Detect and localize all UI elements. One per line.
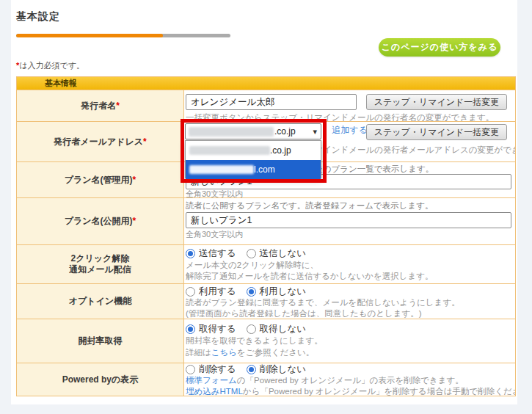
add-email-link[interactable]: 追加する (332, 125, 368, 135)
plan-public-label-text: プラン名(公開用) (65, 216, 133, 226)
standard-form-link[interactable]: 標準フォーム (186, 376, 237, 385)
optin-nouse-radio[interactable] (247, 287, 256, 297)
basic-settings-page: 基本設定 このページの使い方をみる *は入力必須です。 基本情報 発行者名* ス… (0, 0, 532, 414)
open-rate-get-radio[interactable] (186, 324, 195, 334)
email-option-2-suffix: l.com (254, 164, 275, 175)
issuer-email-label-text: 発行者メールアドレス (54, 137, 143, 147)
plan-public-label: プラン名(公開用)* (17, 198, 184, 244)
bulk-change-button-issuer-email[interactable]: ステップ・リマインド一括変更 (366, 124, 507, 140)
optin-desc-2: (管理画面から読者登録した場合は、同意したものとします。) (186, 308, 509, 319)
optin-use-label: 利用する (199, 286, 236, 298)
powered-by-desc-2: 埋め込みHTMLから「Powered by オレンジメール」を削除する場合は手動… (186, 386, 509, 396)
powered-by-desc-1: 標準フォームの「Powered by オレンジメール」の表示を削除できます。 (186, 375, 509, 386)
row-issuer-name: 発行者名* ステップ・リマインド一括変更 一括変更ボタンからステップ・リマインド… (17, 90, 515, 121)
row-powered-by: Powered byの表示 削除する 削除しない 標準フォームの「Powered… (17, 363, 515, 396)
progress-bar (16, 34, 230, 37)
powered-by-remove-label: 削除する (199, 363, 236, 376)
issuer-name-input[interactable] (186, 94, 357, 110)
plan-admin-hint: 全角30文字以内 (186, 189, 509, 197)
plan-admin-required-star: * (133, 175, 136, 185)
plan-public-value-cell: 読者に公開するプラン名です。読者登録フォームで表示します。 全角30文字以内 (184, 198, 515, 244)
issuer-email-dropdown-panel: .co.jp l.com (185, 140, 321, 178)
redacted-email-blur (189, 165, 254, 174)
two-click-send-label: 送信する (199, 247, 236, 260)
open-rate-desc-1: 開封率を取得できるようにします。 (186, 335, 509, 346)
optin-value-cell: 利用する 利用しない 読者がプラン登録に同意するまで、メールを配信しないようにし… (184, 284, 515, 319)
bulk-change-button-issuer-name[interactable]: ステップ・リマインド一括変更 (366, 94, 507, 110)
issuer-email-label: 発行者メールアドレス* (17, 122, 184, 161)
open-rate-value-cell: 取得する 取得しない 開封率を取得できるようにします。 詳細はこちらをご参照くだ… (184, 319, 515, 363)
optin-desc-1: 読者がプラン登録に同意するまで、メールを配信しないようにします。 (186, 297, 509, 308)
open-rate-noget-label: 取得しない (260, 323, 306, 335)
issuer-name-required-star: * (116, 101, 120, 111)
open-rate-noget-radio[interactable] (247, 324, 256, 334)
powered-by-value-cell: 削除する 削除しない 標準フォームの「Powered by オレンジメール」の表… (184, 363, 515, 396)
optin-use-radio[interactable] (186, 287, 195, 297)
email-option-2-highlighted[interactable]: l.com (186, 160, 321, 179)
plan-admin-label-text: プラン名(管理用) (65, 175, 133, 185)
issuer-name-label: 発行者名* (17, 90, 184, 121)
open-rate-get-label: 取得する (199, 323, 236, 335)
issuer-name-helper: 一括変更ボタンからステップ・リマインドメールの発行者名の変更ができます。 (186, 112, 509, 121)
open-rate-desc-2-post: をご参照ください。 (237, 348, 314, 357)
powered-by-desc-2-text: から「Powered by オレンジメール」を削除する場合は手動で削除ください。 (243, 387, 515, 396)
plan-public-input[interactable] (186, 212, 511, 228)
optin-label-text: オプトイン機能 (69, 296, 131, 307)
powered-by-label: Powered byの表示 (17, 363, 184, 396)
redacted-email-blur (189, 146, 270, 155)
open-rate-desc-2-pre: 詳細は (186, 348, 211, 357)
required-note: *は入力必須です。 (16, 60, 84, 71)
redacted-email-blur (189, 127, 274, 137)
open-rate-details-link[interactable]: こちら (211, 348, 237, 357)
two-click-label-line1: 2クリック解除 (71, 253, 130, 264)
two-click-label: 2クリック解除 通知メール配信 (17, 245, 184, 283)
powered-by-remove-radio[interactable] (186, 365, 195, 374)
plan-public-helper: 読者に公開するプラン名です。読者登録フォームで表示します。 (186, 200, 509, 211)
progress-bar-fill (16, 34, 163, 37)
open-rate-label: 開封率取得 (17, 319, 184, 363)
open-rate-desc-2: 詳細はこちらをご参照ください。 (186, 346, 509, 358)
optin-nouse-label: 利用しない (260, 286, 306, 298)
selected-email-suffix: .co.jp (274, 126, 296, 137)
table-header-basic-info: 基本情報 (17, 77, 515, 90)
two-click-nosend-label: 送信しない (260, 247, 306, 260)
powered-by-label-text: Powered byの表示 (62, 374, 139, 385)
two-click-label-line2: 通知メール配信 (69, 264, 131, 275)
row-open-rate: 開封率取得 取得する 取得しない 開封率を取得できるようにします。 詳細はこちら… (17, 319, 515, 363)
powered-by-desc-1-text: の「Powered by オレンジメール」の表示を削除できます。 (237, 376, 464, 385)
powered-by-keep-label: 削除しない (260, 363, 306, 376)
plan-public-hint: 全角30文字以内 (186, 230, 509, 239)
required-note-text: は入力必須です。 (19, 61, 84, 70)
issuer-name-label-text: 発行者名 (81, 101, 116, 111)
two-click-value-cell: 送信する 送信しない メール本文の2クリック解除時に、 解除完了通知メールを読者… (184, 245, 515, 283)
issuer-email-select[interactable]: .co.jp ▾ (185, 123, 321, 139)
embed-html-link[interactable]: 埋め込みHTML (186, 387, 243, 396)
plan-public-required-star: * (133, 216, 136, 226)
email-option-1-suffix: .co.jp (270, 145, 291, 156)
email-option-1[interactable]: .co.jp (186, 141, 321, 160)
chevron-down-icon: ▾ (313, 127, 317, 137)
issuer-name-value-cell: ステップ・リマインド一括変更 一括変更ボタンからステップ・リマインドメールの発行… (184, 90, 515, 121)
two-click-send-radio[interactable] (186, 249, 195, 258)
plan-admin-label: プラン名(管理用)* (17, 162, 184, 197)
two-click-desc-1: メール本文の2クリック解除時に、 (186, 260, 509, 271)
optin-label: オプトイン機能 (17, 284, 184, 319)
open-rate-label-text: 開封率取得 (79, 335, 123, 346)
two-click-desc-2: 解除完了通知メールを読者に送信するかしないかを選択します。 (186, 271, 509, 282)
page-title: 基本設定 (16, 10, 60, 23)
two-click-nosend-radio[interactable] (247, 249, 256, 258)
row-optin: オプトイン機能 利用する 利用しない 読者がプラン登録に同意するまで、メールを配… (17, 283, 515, 319)
row-two-click-notify: 2クリック解除 通知メール配信 送信する 送信しない メール本文の2クリック解除… (17, 244, 515, 283)
page-help-button[interactable]: このページの使い方をみる (379, 38, 500, 57)
row-plan-public: プラン名(公開用)* 読者に公開するプラン名です。読者登録フォームで表示します。… (17, 197, 515, 244)
powered-by-keep-radio[interactable] (247, 365, 256, 374)
issuer-email-required-star: * (143, 137, 147, 147)
